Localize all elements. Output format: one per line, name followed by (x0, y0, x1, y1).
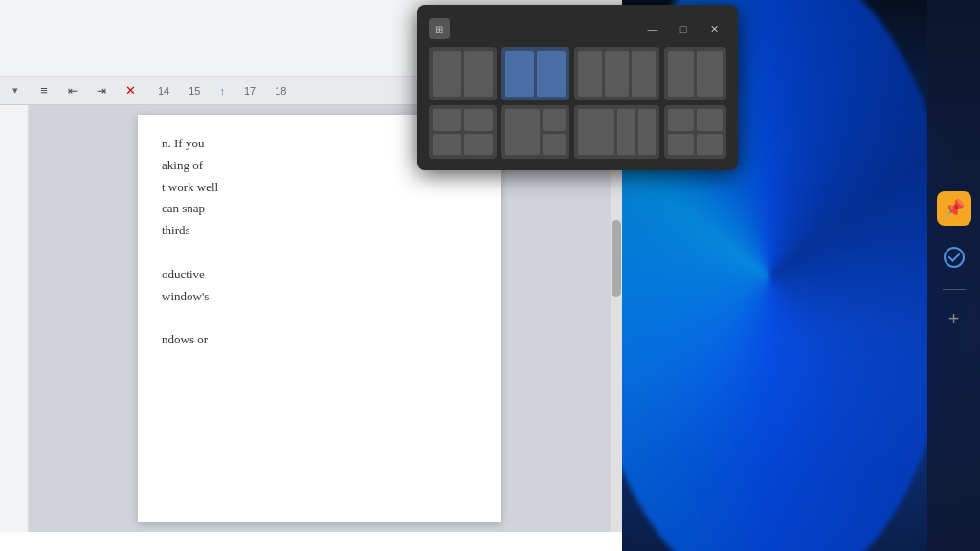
snap-cell (578, 51, 602, 97)
snap-layout-wide-main[interactable] (574, 105, 660, 159)
snap-widget-header: ⊞ — □ ✕ (429, 18, 726, 39)
snap-cell (505, 109, 540, 155)
clear-format-btn[interactable]: ✕ (120, 80, 141, 101)
snap-cell (638, 109, 657, 155)
snap-col (464, 109, 493, 155)
snap-cell (464, 134, 493, 156)
snap-layout-2x2[interactable] (429, 105, 497, 159)
sticky-notes-icon[interactable]: 📌 (937, 191, 971, 226)
snap-cell (697, 134, 723, 156)
indent-right-btn[interactable]: ⇥ (91, 80, 112, 101)
doc-line-4: can snap (162, 199, 478, 219)
snap-cell (543, 134, 566, 156)
snap-layout-highlighted[interactable] (501, 47, 569, 100)
ruler-arrow: ↑ (220, 85, 226, 97)
snap-cell (668, 109, 694, 131)
close-button[interactable]: ✕ (702, 20, 726, 37)
ruler-num-18: 18 (275, 85, 286, 97)
doc-line-8: window's (162, 287, 478, 307)
snap-col (697, 109, 723, 155)
doc-line-6 (162, 243, 478, 263)
snap-cell (464, 51, 493, 97)
snap-cell (668, 51, 694, 97)
ruler-num-15: 15 (189, 85, 200, 97)
scrollbar-thumb[interactable] (612, 220, 621, 297)
snap-widget-icon: ⊞ (429, 18, 450, 39)
doc-line-3: t work well (162, 178, 478, 198)
right-sidebar: 📌 + (927, 0, 980, 551)
sticky-notes-symbol: 📌 (944, 198, 965, 219)
doc-line-7: oductive (162, 265, 478, 285)
snap-cell (578, 109, 614, 155)
doc-side-toolbar (0, 105, 29, 532)
svg-point-0 (945, 248, 964, 267)
ruler-numbers: 14 15 ↑ 17 18 (148, 85, 287, 97)
snap-cell (668, 134, 694, 156)
add-widget-button[interactable]: + (940, 304, 969, 333)
snap-cell (605, 51, 629, 97)
window-controls: — □ ✕ (640, 20, 726, 37)
format-btn-1[interactable]: ▾ (5, 80, 26, 101)
snap-cell (543, 109, 566, 131)
snap-cell (433, 109, 461, 131)
doc-line-9 (162, 308, 478, 328)
list-ordered-btn[interactable]: ≡ (33, 80, 55, 101)
snap-cell (632, 51, 656, 97)
snap-layouts-grid (429, 47, 726, 159)
sidebar-divider (943, 289, 966, 290)
snap-cell (433, 51, 461, 97)
doc-line-5: thirds (162, 221, 478, 241)
maximize-button[interactable]: □ (671, 20, 696, 37)
snap-col (433, 109, 461, 155)
snap-layout-sidebar[interactable] (664, 47, 726, 100)
check-circle-icon (944, 247, 965, 268)
snap-cell (464, 109, 493, 131)
snap-layout-3col[interactable] (574, 47, 660, 100)
snap-layouts-row-2 (429, 105, 726, 159)
todo-icon[interactable] (937, 240, 971, 275)
snap-cell (697, 109, 723, 131)
snap-col (543, 109, 566, 155)
ruler-num-17: 17 (244, 85, 256, 97)
snap-col (668, 109, 694, 155)
snap-cell-lit (505, 51, 534, 97)
indent-left-btn[interactable]: ⇤ (62, 80, 83, 101)
snap-layout-main-right[interactable] (501, 105, 569, 159)
snap-layouts-row-1 (429, 47, 726, 100)
snap-layout-half-half[interactable] (429, 47, 497, 100)
snap-cell (433, 134, 461, 156)
snap-cell (617, 109, 635, 155)
snap-cell-lit (537, 51, 566, 97)
snap-layout-two-small[interactable] (664, 105, 726, 159)
snap-layout-popup: ⊞ — □ ✕ (417, 5, 738, 170)
minimize-button[interactable]: — (640, 20, 665, 37)
doc-line-10: ndows or (162, 330, 478, 350)
document-page: n. If you aking of t work well can snap … (138, 115, 501, 522)
snap-cell (697, 51, 723, 97)
ruler-num-14: 14 (158, 85, 169, 97)
